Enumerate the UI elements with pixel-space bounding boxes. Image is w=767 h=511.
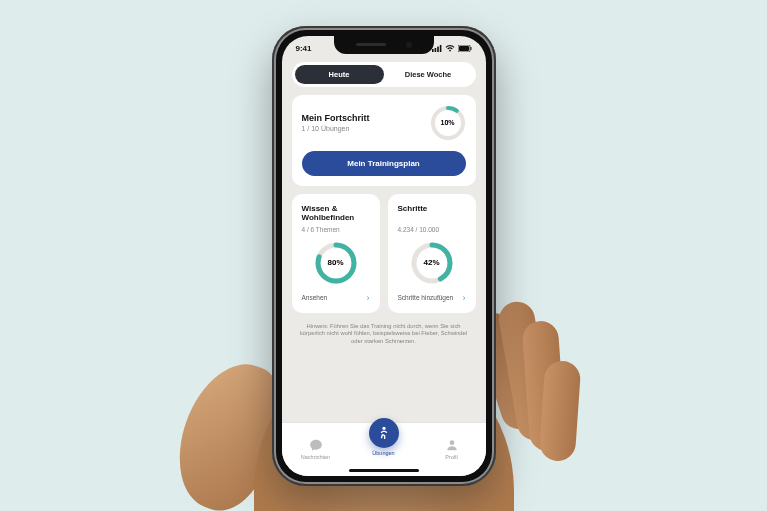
training-plan-button[interactable]: Mein Trainingsplan xyxy=(302,151,466,176)
steps-ring: 42% xyxy=(410,241,454,285)
knowledge-ring: 80% xyxy=(314,241,358,285)
home-indicator xyxy=(349,469,419,472)
svg-rect-2 xyxy=(437,47,439,52)
svg-rect-1 xyxy=(434,48,436,52)
chevron-right-icon: › xyxy=(463,293,466,303)
cellular-icon xyxy=(432,45,442,52)
tab-today[interactable]: Heute xyxy=(295,65,384,84)
screen: 9:41 Heute Diese Woche xyxy=(282,36,486,476)
knowledge-card: Wissen & Wohlbefinden 4 / 6 Themen 80% A… xyxy=(292,194,380,313)
progress-title: Mein Fortschritt xyxy=(302,113,370,123)
nav-exercises[interactable]: Übungen xyxy=(359,418,409,456)
status-time: 9:41 xyxy=(296,44,312,53)
progress-card: Mein Fortschritt 1 / 10 Übungen 10% Mein… xyxy=(292,95,476,186)
steps-title: Schritte xyxy=(398,204,466,224)
phone-frame: 9:41 Heute Diese Woche xyxy=(272,26,496,486)
svg-rect-6 xyxy=(470,47,471,50)
steps-action-label: Schritte hinzufügen xyxy=(398,294,454,301)
profile-icon xyxy=(445,438,459,452)
svg-rect-5 xyxy=(459,46,469,51)
knowledge-percent: 80% xyxy=(314,241,358,285)
steps-subtitle: 4.234 / 10.000 xyxy=(398,226,466,233)
chat-icon xyxy=(309,438,323,452)
svg-point-11 xyxy=(449,440,454,445)
knowledge-subtitle: 4 / 6 Themen xyxy=(302,226,370,233)
nav-exercises-label: Übungen xyxy=(372,450,394,456)
steps-card: Schritte 4.234 / 10.000 42% Schritte hin… xyxy=(388,194,476,313)
bottom-nav: Nachrichten Übungen Profil xyxy=(282,422,486,476)
tab-this-week[interactable]: Diese Woche xyxy=(384,65,473,84)
nav-messages[interactable]: Nachrichten xyxy=(291,438,341,460)
wifi-icon xyxy=(445,45,455,52)
person-icon xyxy=(369,418,399,448)
knowledge-action-label: Ansehen xyxy=(302,294,328,301)
svg-point-10 xyxy=(382,427,385,430)
battery-icon xyxy=(458,45,472,52)
progress-subtitle: 1 / 10 Übungen xyxy=(302,125,370,132)
chevron-right-icon: › xyxy=(367,293,370,303)
progress-percent: 10% xyxy=(430,105,466,141)
knowledge-view-link[interactable]: Ansehen › xyxy=(302,293,370,303)
notch xyxy=(334,36,434,54)
knowledge-title: Wissen & Wohlbefinden xyxy=(302,204,370,224)
hint-text: Hinweis: Führen Sie das Training nicht d… xyxy=(292,323,476,346)
svg-rect-0 xyxy=(432,49,434,52)
period-segmented-control: Heute Diese Woche xyxy=(292,62,476,87)
progress-ring: 10% xyxy=(430,105,466,141)
nav-profile-label: Profil xyxy=(445,454,458,460)
steps-add-link[interactable]: Schritte hinzufügen › xyxy=(398,293,466,303)
nav-messages-label: Nachrichten xyxy=(301,454,330,460)
svg-rect-3 xyxy=(439,45,441,52)
steps-percent: 42% xyxy=(410,241,454,285)
nav-profile[interactable]: Profil xyxy=(427,438,477,460)
